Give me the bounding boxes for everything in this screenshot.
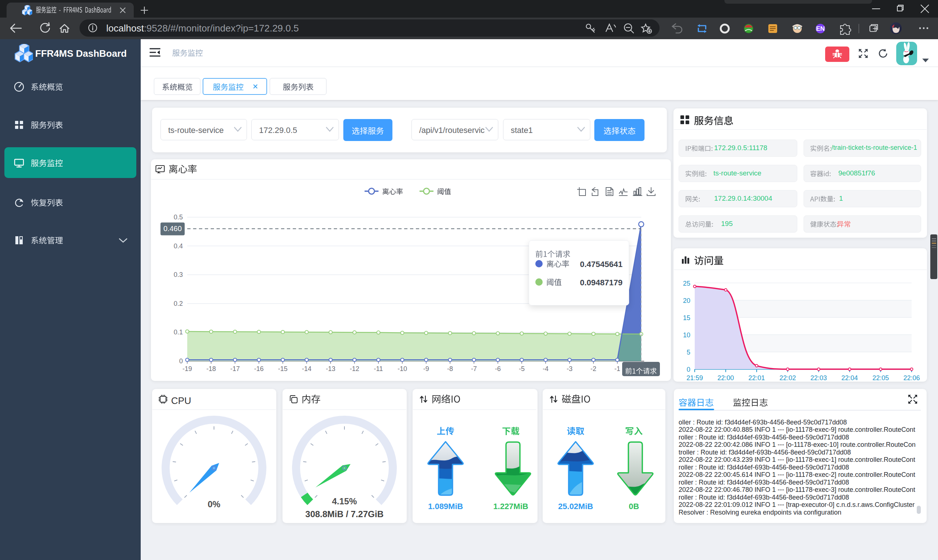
svg-text:-19: -19 xyxy=(182,365,192,372)
svg-text:-3: -3 xyxy=(567,365,572,372)
svg-text:-4: -4 xyxy=(543,365,548,372)
svg-text:0: 0 xyxy=(687,366,690,373)
svg-text:-14: -14 xyxy=(302,365,311,372)
svg-text:15: 15 xyxy=(683,314,690,322)
svg-text:-11: -11 xyxy=(374,365,383,372)
svg-text:-15: -15 xyxy=(278,365,288,372)
svg-text:-2: -2 xyxy=(591,365,596,372)
svg-text:10: 10 xyxy=(683,331,690,339)
svg-text:22:06: 22:06 xyxy=(903,374,920,382)
svg-text:22:00: 22:00 xyxy=(718,374,734,382)
svg-text:0.460: 0.460 xyxy=(163,225,182,232)
svg-text:-1: -1 xyxy=(615,365,620,372)
svg-text:0.4: 0.4 xyxy=(174,243,183,250)
svg-text:-12: -12 xyxy=(350,365,359,372)
svg-text:0.3: 0.3 xyxy=(174,271,183,278)
svg-text:5: 5 xyxy=(687,349,690,356)
svg-text:22:03: 22:03 xyxy=(810,374,827,382)
svg-text:-18: -18 xyxy=(206,365,216,372)
svg-text:25: 25 xyxy=(683,280,690,287)
svg-text:0: 0 xyxy=(179,357,183,365)
svg-text:-13: -13 xyxy=(326,365,335,372)
svg-text:0.1: 0.1 xyxy=(174,329,183,336)
svg-text:22:04: 22:04 xyxy=(841,374,858,382)
svg-text:22:02: 22:02 xyxy=(779,374,796,382)
svg-text:-6: -6 xyxy=(495,365,501,372)
svg-text:20: 20 xyxy=(683,297,690,305)
svg-text:-8: -8 xyxy=(447,365,453,372)
svg-text:21:59: 21:59 xyxy=(686,374,703,382)
svg-text:22:01: 22:01 xyxy=(749,374,765,382)
svg-text:22:05: 22:05 xyxy=(872,374,889,382)
svg-text:0.5: 0.5 xyxy=(174,214,183,221)
svg-text:-5: -5 xyxy=(519,365,525,372)
svg-text:-16: -16 xyxy=(254,365,264,372)
svg-text:-9: -9 xyxy=(423,365,429,372)
svg-text:0.2: 0.2 xyxy=(174,300,183,307)
svg-text:-7: -7 xyxy=(471,365,477,372)
svg-text:-17: -17 xyxy=(230,365,240,372)
svg-text:-10: -10 xyxy=(397,365,407,372)
